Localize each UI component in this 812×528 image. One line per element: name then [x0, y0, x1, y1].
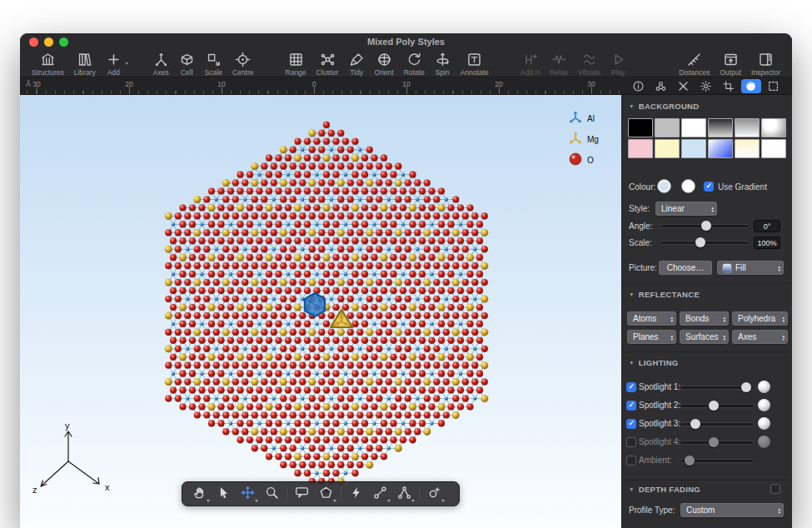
reflectance-polyhedra-popup[interactable]: Polyhedra▴▾: [732, 311, 788, 326]
toolbar-tidy-button[interactable]: Tidy: [344, 52, 370, 77]
background-swatch-9[interactable]: [681, 139, 706, 158]
lighting-checkbox[interactable]: [626, 419, 636, 429]
layout-tab[interactable]: [719, 79, 739, 93]
toolbar-centre-button[interactable]: Centre: [227, 52, 259, 77]
tool-dropdown-icon: [411, 500, 415, 502]
lighting-checkbox[interactable]: [626, 401, 636, 411]
lighting-checkbox[interactable]: [626, 382, 636, 392]
profile-type-popup[interactable]: Custom▴▾: [680, 503, 784, 517]
reflectance-axes-popup[interactable]: Axes▴▾: [732, 330, 788, 344]
toolbar-distances-button[interactable]: Distances: [674, 52, 715, 77]
lighting-slider[interactable]: [680, 436, 754, 448]
toolbar-cluster-button[interactable]: Cluster: [311, 52, 344, 77]
depth-fading-section-header[interactable]: ▼DEPTH FADING: [629, 485, 700, 494]
translate-tool[interactable]: [236, 483, 260, 505]
scale-slider[interactable]: [660, 237, 749, 248]
zoom-tool[interactable]: [260, 483, 284, 505]
lighting-checkbox[interactable]: [626, 437, 636, 447]
toolbar-scale-button[interactable]: Scale: [200, 52, 227, 77]
select-tool[interactable]: [212, 483, 236, 505]
choose-picture-button[interactable]: Choose…: [659, 261, 712, 275]
reflectance-atoms-popup[interactable]: Atoms▴▾: [627, 311, 676, 326]
settings-tab[interactable]: [695, 79, 715, 93]
annotate-icon: [466, 52, 482, 67]
lighting-checkbox[interactable]: [626, 456, 636, 466]
distance-tool[interactable]: [368, 483, 392, 505]
reflectance-bonds-popup[interactable]: Bonds▴▾: [680, 311, 729, 326]
lighting-slider[interactable]: [680, 400, 754, 411]
toolbar-library-button[interactable]: Library: [69, 52, 101, 77]
vibrate-icon: [581, 52, 597, 67]
toolbar-cell-button[interactable]: Cell: [174, 52, 200, 77]
background-swatch-2[interactable]: [655, 118, 680, 137]
quick-measure-tool[interactable]: [344, 483, 368, 505]
toolbar-structures-button[interactable]: Structures: [27, 52, 69, 77]
toolbar-play-button: Play: [605, 52, 631, 77]
orient-icon: [376, 52, 392, 67]
label-tool[interactable]: [290, 483, 314, 505]
lighting-row-2: Spotlight 2:: [622, 398, 792, 413]
selected-al-polyhedron[interactable]: [305, 293, 325, 316]
toolbar-output-button[interactable]: Output: [715, 52, 747, 77]
background-section-header[interactable]: ▼BACKGROUND: [629, 102, 699, 111]
pan-tool[interactable]: [187, 483, 212, 505]
structure-canvas[interactable]: AlMgO y z x: [20, 95, 621, 528]
reflectance-section-header[interactable]: ▼REFLECTANCE: [629, 290, 700, 299]
background-swatch-3[interactable]: [681, 118, 706, 137]
axis-label-y: y: [65, 421, 70, 431]
reflectance-buttons: Atoms▴▾Bonds▴▾Polyhedra▴▾Planes▴▾Surface…: [627, 311, 788, 344]
use-gradient-checkbox[interactable]: [704, 182, 714, 192]
structures-icon: [40, 52, 56, 67]
style-popup[interactable]: Linear▴▾: [655, 202, 717, 216]
move-icon: [241, 486, 255, 503]
reflectance-surfaces-popup[interactable]: Surfaces▴▾: [680, 330, 729, 344]
background-swatch-6[interactable]: [761, 118, 786, 137]
selection-tab[interactable]: [764, 79, 784, 93]
lighting-row-5: Ambient:: [622, 453, 792, 468]
colour-well-1[interactable]: [657, 179, 671, 193]
title-bar[interactable]: Mixed Poly Styles: [20, 33, 792, 50]
ruler: Å3020100102030: [20, 77, 792, 95]
background-swatch-7[interactable]: [628, 139, 653, 158]
tool-dropdown-icon: [333, 500, 336, 502]
toolbar-annotate-button[interactable]: Annotate: [456, 52, 494, 77]
background-swatch-4[interactable]: [708, 118, 733, 137]
angle-value[interactable]: 0°: [754, 220, 780, 232]
ruler-unit: Å: [26, 80, 31, 88]
angle-tool[interactable]: [392, 483, 416, 505]
popup-arrows-icon: ▴▾: [719, 316, 725, 322]
background-swatch-8[interactable]: [655, 139, 680, 158]
polygon-select-tool[interactable]: [314, 483, 338, 505]
toolbar-inspector-button[interactable]: Inspector: [746, 52, 785, 77]
background-swatch-10[interactable]: [708, 139, 733, 158]
toolbar-rotate-button[interactable]: Rotate: [399, 52, 430, 77]
lighting-slider[interactable]: [680, 381, 754, 393]
toolbar-spin-button[interactable]: Spin: [430, 52, 456, 77]
toolbar-orient-button[interactable]: Orient: [370, 52, 399, 77]
lighting-slider[interactable]: [680, 455, 754, 466]
scale-value[interactable]: 100%: [754, 237, 780, 249]
background-swatch-1[interactable]: [628, 118, 653, 137]
depth-fading-checkbox[interactable]: [770, 484, 780, 494]
add-atom-tool[interactable]: [422, 483, 446, 505]
colour-well-2[interactable]: [681, 179, 695, 193]
light-preview-sphere: [758, 399, 770, 411]
appearance-tab[interactable]: [741, 79, 761, 93]
reflectance-planes-popup[interactable]: Planes▴▾: [627, 330, 676, 344]
lighting-slider[interactable]: [680, 418, 754, 430]
angle-slider[interactable]: [660, 220, 749, 232]
toolbar-range-button[interactable]: Range: [281, 52, 311, 77]
info-tab[interactable]: [628, 79, 648, 93]
model-tab[interactable]: [650, 79, 670, 93]
background-swatch-12[interactable]: [761, 139, 786, 158]
background-swatch-5[interactable]: [735, 118, 760, 137]
lighting-section-header[interactable]: ▼LIGHTING: [629, 358, 679, 367]
toolbar-axes-button[interactable]: Axes: [148, 52, 174, 77]
fill-popup[interactable]: Fill▴▾: [717, 261, 784, 275]
balloon-icon: [295, 486, 309, 503]
o-legend-icon: [568, 152, 583, 170]
background-swatch-11[interactable]: [735, 139, 760, 158]
distances-icon: [686, 52, 702, 67]
tools-tab[interactable]: [673, 79, 693, 93]
toolbar-add-button[interactable]: ▾Add: [101, 52, 127, 77]
